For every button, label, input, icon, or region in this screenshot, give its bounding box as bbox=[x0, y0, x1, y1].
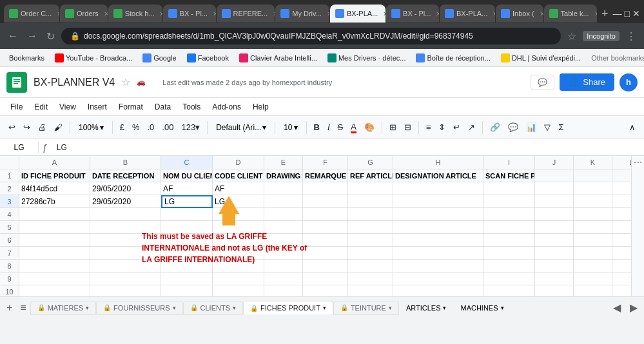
print-button[interactable]: 🖨 bbox=[35, 120, 50, 134]
tab-close-icon[interactable]: ✕ bbox=[383, 10, 385, 17]
menu-edit[interactable]: Edit bbox=[29, 100, 53, 113]
redo-button[interactable]: ↪ bbox=[20, 120, 34, 134]
cell-empty[interactable] bbox=[574, 234, 612, 247]
sheet-tab-fiches-produit[interactable]: 🔒 FICHES PRODUIT ▾ bbox=[243, 301, 333, 314]
maximize-button[interactable]: □ bbox=[625, 8, 630, 19]
tab-close-icon[interactable]: ✕ bbox=[540, 10, 543, 17]
cell-l1[interactable] bbox=[612, 169, 631, 182]
cell-empty[interactable] bbox=[483, 234, 535, 247]
cell-empty[interactable] bbox=[535, 285, 574, 296]
cell-empty[interactable] bbox=[303, 285, 348, 296]
cell-empty[interactable] bbox=[612, 247, 631, 260]
menu-button[interactable]: ⋮ bbox=[623, 28, 639, 45]
cell-empty[interactable] bbox=[161, 208, 213, 221]
cell-empty[interactable] bbox=[483, 247, 535, 260]
font-dropdown[interactable]: Default (Ari... ▾ bbox=[211, 121, 271, 134]
cell-empty[interactable] bbox=[90, 208, 161, 221]
cell-empty[interactable] bbox=[213, 234, 264, 247]
cell-empty[interactable] bbox=[393, 234, 483, 247]
cell-empty[interactable] bbox=[348, 247, 393, 260]
fill-color-button[interactable]: 🎨 bbox=[361, 120, 378, 134]
undo-button[interactable]: ↩ bbox=[5, 120, 19, 134]
tab-ref[interactable]: REFERE... ✕ bbox=[217, 5, 275, 23]
sheet-tab-machines[interactable]: MACHINES ▾ bbox=[453, 301, 511, 315]
cell-empty[interactable] bbox=[483, 260, 535, 272]
cell-empty[interactable] bbox=[303, 208, 348, 221]
cell-empty[interactable] bbox=[264, 221, 303, 234]
cell-f1[interactable]: REMARQUE bbox=[303, 169, 348, 182]
col-header-l[interactable]: L bbox=[612, 156, 631, 169]
url-bar[interactable]: 🔒 docs.google.com/spreadsheets/d/1mb_QlC… bbox=[61, 28, 561, 44]
currency-button[interactable]: £ bbox=[117, 120, 128, 134]
cell-empty[interactable] bbox=[19, 247, 90, 260]
avatar[interactable]: h bbox=[620, 73, 638, 91]
cell-empty[interactable] bbox=[303, 272, 348, 285]
cell-empty[interactable] bbox=[393, 247, 483, 260]
cell-empty[interactable] bbox=[161, 260, 213, 272]
cell-empty[interactable] bbox=[483, 272, 535, 285]
merge-button[interactable]: ⊟ bbox=[401, 120, 415, 134]
cell-j1[interactable] bbox=[535, 169, 574, 182]
cell-empty[interactable] bbox=[348, 272, 393, 285]
expand-button[interactable]: ∧ bbox=[626, 120, 639, 134]
decimal-inc-button[interactable]: .00 bbox=[159, 120, 177, 134]
wrap-button[interactable]: ↵ bbox=[450, 120, 463, 134]
cell-empty[interactable] bbox=[393, 272, 483, 285]
cell-empty[interactable] bbox=[612, 272, 631, 285]
cell-j3[interactable] bbox=[535, 195, 574, 208]
tab-bx2[interactable]: BX - Pl... ✕ bbox=[386, 5, 439, 23]
menu-insert[interactable]: Insert bbox=[83, 100, 112, 113]
comment-button[interactable]: 💬 bbox=[531, 75, 554, 90]
close-button[interactable]: ✕ bbox=[632, 8, 640, 19]
tab-bx1[interactable]: BX - Pl... ✕ bbox=[163, 5, 216, 23]
cell-a3[interactable]: 27286c7b bbox=[19, 195, 90, 208]
cell-empty[interactable] bbox=[90, 285, 161, 296]
italic-button[interactable]: I bbox=[324, 120, 333, 134]
cell-empty[interactable] bbox=[574, 208, 612, 221]
cell-empty[interactable] bbox=[161, 285, 213, 296]
col-header-b[interactable]: B bbox=[90, 156, 161, 169]
cell-empty[interactable] bbox=[161, 234, 213, 247]
cell-empty[interactable] bbox=[535, 208, 574, 221]
cell-c2[interactable]: AF bbox=[161, 182, 213, 195]
tab-drive[interactable]: My Driv... ✕ bbox=[275, 5, 329, 23]
cell-empty[interactable] bbox=[483, 221, 535, 234]
cell-k3[interactable] bbox=[574, 195, 612, 208]
tab-order[interactable]: Order C... ✕ bbox=[4, 5, 59, 23]
cell-empty[interactable] bbox=[612, 260, 631, 272]
sheet-tab-clients[interactable]: 🔒 CLIENTS ▾ bbox=[183, 301, 243, 315]
col-header-g[interactable]: G bbox=[348, 156, 393, 169]
forward-button[interactable]: → bbox=[24, 28, 40, 44]
paint-format-button[interactable]: 🖌 bbox=[51, 120, 66, 134]
cell-empty[interactable] bbox=[574, 272, 612, 285]
cell-empty[interactable] bbox=[90, 221, 161, 234]
cell-empty[interactable] bbox=[264, 247, 303, 260]
cell-i3[interactable] bbox=[483, 195, 535, 208]
cell-e1[interactable]: DRAWING bbox=[264, 169, 303, 182]
cell-empty[interactable] bbox=[264, 234, 303, 247]
sheet-tab-matieres[interactable]: 🔒 MATIERES ▾ bbox=[30, 301, 96, 315]
sheet-nav-prev-button[interactable]: ◀ bbox=[609, 299, 625, 316]
bold-button[interactable]: B bbox=[311, 120, 323, 134]
cell-empty[interactable] bbox=[264, 272, 303, 285]
cell-b3[interactable]: 29/05/2020 bbox=[90, 195, 161, 208]
col-header-i[interactable]: I bbox=[483, 156, 535, 169]
cell-empty[interactable] bbox=[612, 234, 631, 247]
cell-empty[interactable] bbox=[90, 234, 161, 247]
bookmark-bookmarks[interactable]: Bookmarks bbox=[5, 53, 48, 63]
tab-close-icon[interactable]: ✕ bbox=[57, 10, 59, 17]
bookmark-youtube[interactable]: YouTube - Broadca... bbox=[51, 52, 136, 64]
text-color-button[interactable]: A bbox=[347, 120, 360, 135]
cell-h1[interactable]: DESIGNATION ARTICLE bbox=[393, 169, 483, 182]
sheet-tab-fournisseurs[interactable]: 🔒 FOURNISSEURS ▾ bbox=[96, 301, 182, 315]
new-tab-button[interactable]: + bbox=[598, 7, 612, 21]
cell-empty[interactable] bbox=[348, 260, 393, 272]
share-button[interactable]: 👤 Share bbox=[560, 73, 614, 91]
tab-close-icon[interactable]: ✕ bbox=[493, 10, 495, 17]
cell-empty[interactable] bbox=[90, 260, 161, 272]
menu-data[interactable]: Data bbox=[150, 100, 176, 113]
sheet-tab-articles[interactable]: ARTICLES ▾ bbox=[399, 301, 454, 315]
rotate-button[interactable]: ↗ bbox=[465, 120, 478, 134]
spreadsheet-scroll[interactable]: A B C D E F G H I J K L M 1 ID FICHE PRO… bbox=[0, 156, 631, 296]
col-header-k[interactable]: K bbox=[574, 156, 612, 169]
